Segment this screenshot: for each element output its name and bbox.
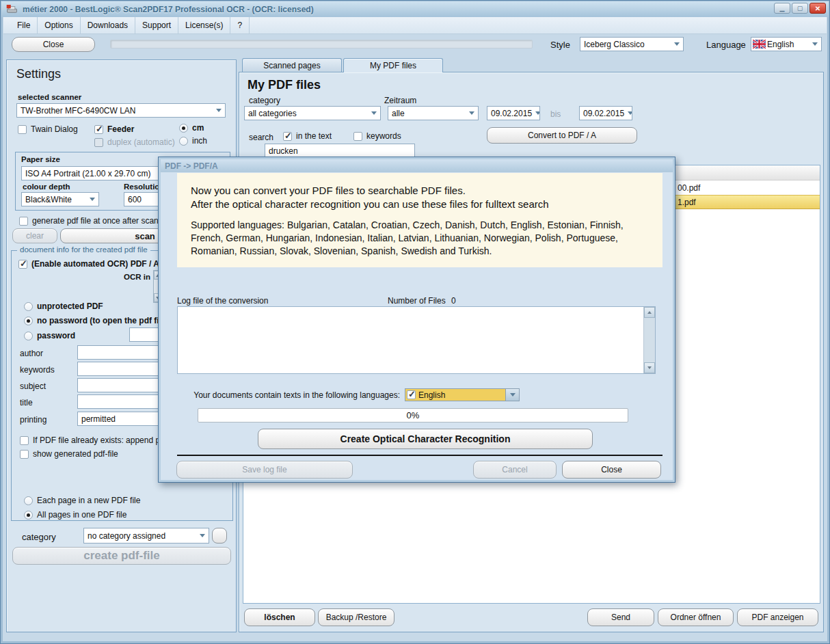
cm-radio[interactable]: cm xyxy=(179,123,204,133)
radio-icon xyxy=(24,302,33,311)
checkbox-icon xyxy=(18,125,27,134)
checkbox-icon xyxy=(20,450,29,459)
chevron-down-icon xyxy=(86,193,98,206)
menu-support[interactable]: Support xyxy=(135,17,178,33)
info-line2: After the optical character recognition … xyxy=(191,198,649,211)
all-pages-radio[interactable]: All pages in one PDF file xyxy=(24,510,126,520)
checkbox-checked-icon xyxy=(407,390,416,399)
style-select[interactable]: Iceberg Classico xyxy=(580,37,684,51)
unprotected-pdf-radio[interactable]: unprotected PDF xyxy=(24,301,103,311)
category-select[interactable]: no category assigned xyxy=(83,528,209,544)
tab-my-pdf-files[interactable]: My PDF files xyxy=(343,58,443,72)
dialog-separator xyxy=(177,455,662,456)
toolbar: Close Style Iceberg Classico Language En… xyxy=(3,34,827,55)
zeitraum-select[interactable]: alle xyxy=(388,106,479,120)
scanner-select[interactable]: TW-Brother MFC-6490CW LAN xyxy=(16,103,226,118)
documents-language-label: Your documents contain texts in the foll… xyxy=(159,390,400,400)
menu-licenses[interactable]: License(s) xyxy=(178,17,230,33)
convert-to-pdfa-button[interactable]: Convert to PDF / A xyxy=(487,127,637,144)
menu-file[interactable]: File xyxy=(10,17,38,33)
keywords-label: keywords xyxy=(20,365,55,375)
chevron-down-icon[interactable] xyxy=(505,389,519,401)
dialog-close-button[interactable]: Close xyxy=(562,461,661,479)
chevron-down-icon xyxy=(624,107,632,120)
ocr-language-value: English xyxy=(418,390,445,400)
log-textarea[interactable] xyxy=(177,306,656,374)
scanner-icon xyxy=(5,5,18,14)
pdf-to-pdfa-dialog: PDF -> PDF/A Now you can convert your PD… xyxy=(158,157,675,483)
cancel-button: Cancel xyxy=(473,461,557,479)
dialog-title-bar: PDF -> PDF/A xyxy=(161,159,673,172)
chevron-down-icon xyxy=(671,38,683,51)
checkbox-checked-icon xyxy=(18,260,27,269)
chevron-down-icon xyxy=(466,107,478,120)
maximize-button[interactable]: ▢ xyxy=(792,3,808,14)
radio-icon xyxy=(179,137,188,146)
title-label: title xyxy=(20,398,33,407)
printing-label: printing xyxy=(20,415,46,425)
language-select[interactable]: English xyxy=(751,37,822,51)
send-button[interactable]: Send xyxy=(587,608,654,626)
checkbox-checked-icon xyxy=(94,125,103,134)
dialog-title: PDF -> PDF/A xyxy=(165,161,218,171)
paper-size-label: Paper size xyxy=(21,155,60,163)
menu-help[interactable]: ? xyxy=(230,17,250,33)
generate-pdf-checkbox[interactable]: generate pdf file at once after scanning xyxy=(19,216,174,226)
search-input[interactable]: drucken xyxy=(265,144,415,158)
minimize-button[interactable]: ▁ xyxy=(774,3,790,14)
show-generated-checkbox[interactable]: show generated pdf-file xyxy=(20,449,118,459)
password-radio[interactable]: password xyxy=(24,331,75,340)
number-of-files-value: 0 xyxy=(451,296,456,306)
save-log-button: Save log file xyxy=(176,461,353,479)
create-pdf-button: create pdf-file xyxy=(12,547,231,565)
scan-progress-bar xyxy=(110,40,533,49)
number-of-files-label: Number of Files xyxy=(388,296,446,306)
date-from-select[interactable]: 09.02.2015 xyxy=(487,106,540,120)
chevron-down-icon xyxy=(368,107,380,120)
progress-value: 0% xyxy=(407,410,420,420)
ocr-progress-bar: 0% xyxy=(198,408,628,422)
search-label: search xyxy=(249,133,273,142)
style-label: Style xyxy=(550,40,570,50)
inch-radio[interactable]: inch xyxy=(179,136,207,146)
settings-heading: Settings xyxy=(16,67,61,81)
clear-button: clear xyxy=(12,228,57,243)
radio-icon xyxy=(24,496,33,505)
tab-scanned-pages[interactable]: Scanned pages xyxy=(242,58,342,72)
chevron-down-icon xyxy=(196,528,209,543)
show-pdf-button[interactable]: PDF anzeigen xyxy=(737,608,818,626)
delete-button[interactable]: löschen xyxy=(244,608,315,626)
open-folder-button[interactable]: Ordner öffnen xyxy=(658,608,734,626)
log-file-label: Log file of the conversion xyxy=(177,296,268,306)
append-pages-checkbox[interactable]: If PDF file already exists: append pages xyxy=(20,435,178,445)
radio-selected-icon xyxy=(179,124,188,133)
filter-category-select[interactable]: all categories xyxy=(244,106,381,120)
menu-bar: File Options Downloads Support License(s… xyxy=(3,17,827,34)
log-scrollbar[interactable] xyxy=(643,307,655,373)
zeitraum-label: Zeitraum xyxy=(384,96,416,105)
feeder-checkbox[interactable]: Feeder xyxy=(94,124,134,134)
enable-ocr-checkbox[interactable]: (Enable automated OCR) PDF / A xyxy=(18,259,159,269)
create-ocr-button[interactable]: Create Optical Character Recognition xyxy=(258,429,593,449)
keywords-checkbox[interactable]: keywords xyxy=(353,131,401,141)
selected-scanner-label: selected scanner xyxy=(18,93,81,101)
scroll-up-icon[interactable] xyxy=(644,307,655,318)
toolbar-close-button[interactable]: Close xyxy=(12,37,95,52)
menu-downloads[interactable]: Downloads xyxy=(81,17,135,33)
menu-options[interactable]: Options xyxy=(38,17,80,33)
category-edit-button[interactable] xyxy=(212,528,227,544)
radio-icon xyxy=(24,332,33,340)
chevron-down-icon xyxy=(213,104,225,117)
each-page-radio[interactable]: Each page in a new PDF file xyxy=(24,496,140,505)
in-text-checkbox[interactable]: in the text xyxy=(283,131,332,141)
twain-dialog-checkbox[interactable]: Twain Dialog xyxy=(18,124,78,134)
colour-depth-select[interactable]: Black&White xyxy=(21,192,99,206)
close-window-button[interactable]: ✕ xyxy=(809,3,826,14)
backup-restore-button[interactable]: Backup /Restore xyxy=(318,608,394,626)
no-password-radio[interactable]: no password (to open the pdf file) xyxy=(24,316,169,325)
date-to-select[interactable]: 09.02.2015 xyxy=(579,106,632,120)
language-label: Language xyxy=(706,40,746,50)
ocr-language-select[interactable]: English xyxy=(405,388,520,401)
checkbox-icon xyxy=(20,436,29,445)
scroll-down-icon[interactable] xyxy=(644,362,655,373)
